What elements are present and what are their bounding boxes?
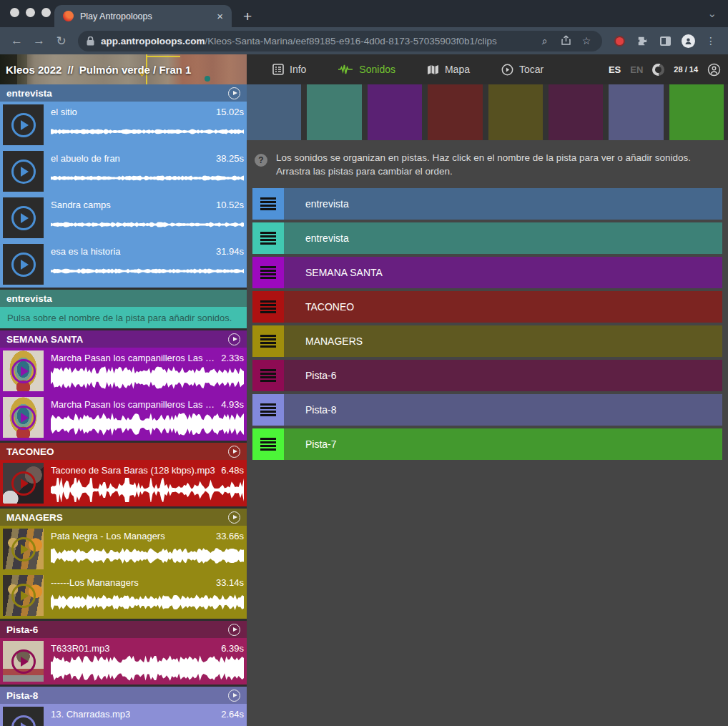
track-list-row[interactable]: entrevista [252, 222, 722, 254]
track-header[interactable]: Pista-6 [0, 621, 247, 638]
track-row-name[interactable]: SEMANA SANTA [305, 267, 383, 278]
back-button[interactable]: ← [7, 34, 26, 48]
clip-row[interactable]: ------Los Mananagers33.14s [0, 572, 247, 619]
clip-row[interactable]: el sitio15.02s [0, 102, 247, 148]
track-list-row[interactable]: Pista-6 [252, 360, 722, 391]
nav-tab-sonidos[interactable]: Sonidos [322, 64, 411, 75]
clip-thumbnail[interactable] [3, 151, 44, 192]
clip-thumbnail[interactable] [3, 397, 44, 438]
play-clip-icon[interactable] [11, 359, 36, 383]
play-clip-icon[interactable] [11, 584, 36, 608]
track-pad[interactable] [247, 84, 301, 140]
track-pad[interactable] [609, 84, 663, 140]
clip-row[interactable]: Taconeo de Sara Baras (128 kbps).mp36.48… [0, 460, 247, 506]
track-pad[interactable] [368, 84, 422, 140]
track-header[interactable]: MANAGERS [0, 509, 247, 526]
forward-button[interactable]: → [29, 34, 49, 48]
play-track-button[interactable] [228, 690, 240, 702]
drag-handle[interactable] [252, 325, 284, 357]
play-clip-icon[interactable] [11, 406, 36, 430]
tab-close-icon[interactable]: × [217, 11, 223, 21]
track-header[interactable]: entrevista [0, 290, 247, 307]
play-track-button[interactable] [228, 87, 240, 99]
play-track-button[interactable] [228, 446, 240, 458]
play-clip-icon[interactable] [11, 160, 36, 184]
url-bar[interactable]: app.antropoloops.com/Kleos-Santa-Marina/… [78, 31, 602, 51]
account-icon[interactable] [707, 63, 721, 77]
track-list-row[interactable]: entrevista [252, 188, 722, 220]
clip-thumbnail[interactable] [3, 529, 44, 569]
nav-tab-mapa[interactable]: Mapa [411, 64, 486, 75]
drag-handle[interactable] [252, 291, 284, 323]
clip-row[interactable]: 13. Charradas.mp32.64s [0, 704, 247, 726]
lang-en-button[interactable]: EN [630, 64, 643, 75]
track-list-row[interactable]: SEMANA SANTA [252, 257, 722, 288]
bookmark-star-icon[interactable]: ☆ [579, 35, 594, 46]
clip-thumbnail[interactable] [3, 244, 44, 285]
track-row-name[interactable]: Pista-7 [305, 438, 337, 450]
record-extension-icon[interactable] [609, 36, 629, 46]
share-icon[interactable] [559, 35, 573, 47]
track-pad[interactable] [488, 84, 543, 140]
clip-row[interactable]: Marcha Pasan los campanilleros Las Mejor… [0, 394, 247, 441]
browser-menu-kebab-icon[interactable]: ⋮ [701, 35, 721, 46]
drag-handle[interactable] [252, 394, 284, 426]
drag-handle[interactable] [252, 428, 284, 460]
clip-thumbnail[interactable] [3, 350, 44, 391]
track-list-row[interactable]: MANAGERS [252, 325, 722, 357]
browser-tab[interactable]: Play Antropoloops × [54, 5, 232, 27]
track-header[interactable]: SEMANA SANTA [0, 330, 247, 348]
play-track-button[interactable] [228, 511, 240, 524]
play-clip-icon[interactable] [11, 113, 36, 137]
track-row-name[interactable]: Pista-8 [305, 404, 337, 416]
track-row-name[interactable]: entrevista [305, 232, 349, 244]
lang-es-button[interactable]: ES [609, 64, 621, 75]
play-clip-icon[interactable] [11, 471, 36, 496]
profile-avatar[interactable] [678, 34, 698, 48]
clip-thumbnail[interactable] [3, 707, 44, 726]
nav-tab-info[interactable]: Info [257, 64, 322, 75]
track-header[interactable]: Pista-8 [0, 687, 247, 704]
window-close-button[interactable] [10, 8, 19, 17]
drag-handle[interactable] [252, 360, 284, 391]
clip-thumbnail[interactable] [3, 197, 44, 238]
play-clip-icon[interactable] [11, 649, 36, 674]
window-minimize-button[interactable] [26, 8, 35, 17]
track-row-name[interactable]: entrevista [305, 198, 349, 210]
drag-handle[interactable] [252, 188, 284, 220]
track-pad[interactable] [428, 84, 482, 140]
extensions-puzzle-icon[interactable] [632, 35, 652, 47]
new-tab-button[interactable]: + [243, 9, 252, 24]
clip-row[interactable]: esa es la historia31.94s [0, 241, 247, 288]
traffic-lights[interactable] [10, 8, 51, 17]
track-list-row[interactable]: Pista-8 [252, 394, 722, 426]
drag-handle[interactable] [252, 257, 284, 288]
play-clip-icon[interactable] [11, 537, 36, 561]
clip-row[interactable]: Pata Negra - Los Managers33.66s [0, 526, 247, 572]
track-list-row[interactable]: Pista-7 [252, 428, 722, 460]
clip-thumbnail[interactable] [3, 575, 44, 616]
zoom-search-icon[interactable]: ⌕ [538, 35, 552, 47]
track-header[interactable]: TACONEO [0, 443, 247, 460]
track-row-name[interactable]: MANAGERS [305, 335, 363, 347]
clip-row[interactable]: T633R01.mp36.39s [0, 638, 247, 685]
tab-search-chevron-icon[interactable]: ⌄ [707, 7, 717, 20]
track-row-name[interactable]: Pista-6 [305, 370, 337, 381]
track-header[interactable]: entrevista [0, 84, 247, 102]
side-panel-icon[interactable] [655, 36, 675, 46]
track-row-name[interactable]: TACONEO [305, 301, 354, 313]
window-zoom-button[interactable] [41, 8, 51, 17]
clip-thumbnail[interactable] [3, 463, 44, 504]
track-pad[interactable] [669, 84, 724, 140]
track-list-row[interactable]: TACONEO [252, 291, 722, 323]
play-track-button[interactable] [228, 624, 240, 636]
reload-button[interactable]: ↻ [51, 34, 71, 49]
clip-thumbnail[interactable] [3, 641, 44, 682]
play-clip-icon[interactable] [11, 252, 36, 277]
drag-handle[interactable] [252, 222, 284, 254]
track-pad[interactable] [549, 84, 603, 140]
track-pad[interactable] [307, 84, 361, 140]
clip-thumbnail[interactable] [3, 104, 44, 145]
clip-row[interactable]: Marcha Pasan los campanilleros Las Mejor… [0, 348, 247, 394]
play-track-button[interactable] [228, 333, 240, 345]
